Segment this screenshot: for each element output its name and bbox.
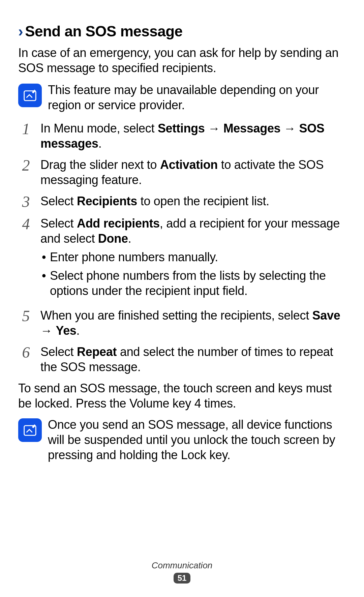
step-number: 5 (18, 308, 34, 324)
step-3-text: Select Recipients to open the recipient … (40, 193, 346, 209)
arrow: → (40, 324, 56, 337)
step-1: 1 In Menu mode, select Settings → Messag… (18, 121, 346, 151)
arrow: → (280, 121, 299, 135)
edit-note-icon (22, 88, 38, 103)
list-item: Select phone numbers from the lists by s… (40, 268, 346, 298)
step-number: 1 (18, 121, 34, 137)
step-number: 6 (18, 344, 34, 360)
step-6: 6 Select Repeat and select the number of… (18, 344, 346, 375)
text: Drag the slider next to (40, 158, 160, 172)
bold: Activation (160, 158, 218, 172)
list-item: Enter phone numbers manually. (40, 249, 346, 265)
step-5-text: When you are finished setting the recipi… (40, 308, 346, 338)
step-2-text: Drag the slider next to Activation to ac… (40, 157, 346, 187)
heading-text: Send an SOS message (25, 23, 182, 39)
note-2: Once you send an SOS message, all device… (18, 417, 346, 462)
page-number-badge: 51 (174, 573, 191, 584)
bold: Repeat (77, 345, 117, 359)
chevron-right-icon: › (18, 23, 23, 39)
text: Select (40, 194, 77, 208)
bold: Add recipients (77, 216, 160, 230)
step-4-text: Select Add recipients, add a recipient f… (40, 216, 346, 302)
edit-note-icon (22, 422, 38, 438)
step-3: 3 Select Recipients to open the recipien… (18, 193, 346, 210)
note-2-text: Once you send an SOS message, all device… (48, 417, 346, 462)
bold: Messages (223, 121, 281, 135)
step-4-bullets: Enter phone numbers manually. Select pho… (40, 249, 346, 298)
footer-section-label: Communication (0, 560, 364, 571)
text: . (98, 137, 102, 150)
note-icon (18, 418, 42, 442)
steps-list: 1 In Menu mode, select Settings → Messag… (18, 121, 346, 375)
step-number: 3 (18, 193, 34, 210)
arrow: → (205, 121, 223, 135)
bold: Done (98, 232, 128, 245)
step-2: 2 Drag the slider next to Activation to … (18, 157, 346, 187)
bold: Recipients (77, 194, 137, 208)
step-number: 4 (18, 216, 34, 232)
text: When you are finished setting the recipi… (40, 308, 312, 322)
page-footer: Communication 51 (0, 560, 364, 584)
text: . (128, 232, 131, 245)
step-number: 2 (18, 157, 34, 173)
step-5: 5 When you are finished setting the reci… (18, 308, 346, 338)
text: In Menu mode, select (40, 121, 158, 135)
text: . (77, 324, 80, 337)
closing-paragraph: To send an SOS message, the touch screen… (18, 381, 346, 411)
note-icon (18, 84, 42, 107)
bold: Settings (158, 121, 205, 135)
bold: Yes (56, 324, 76, 337)
bold: Save (312, 308, 340, 322)
text: Select (40, 216, 77, 230)
step-6-text: Select Repeat and select the number of t… (40, 344, 346, 375)
text: to open the recipient list. (137, 194, 269, 208)
section-heading: ›Send an SOS message (18, 23, 346, 40)
step-4-main: Select Add recipients, add a recipient f… (40, 216, 346, 246)
step-1-text: In Menu mode, select Settings → Messages… (40, 121, 346, 151)
text: Select (40, 345, 77, 359)
intro-paragraph: In case of an emergency, you can ask for… (18, 45, 346, 76)
step-4: 4 Select Add recipients, add a recipient… (18, 216, 346, 302)
note-1: This feature may be unavailable dependin… (18, 82, 346, 113)
note-1-text: This feature may be unavailable dependin… (48, 82, 346, 113)
